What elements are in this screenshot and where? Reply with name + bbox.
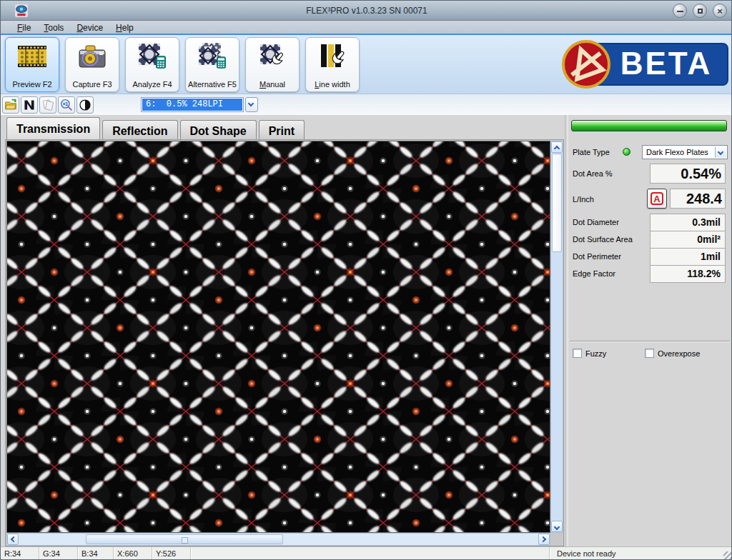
analysis-panel: Plate Type Dark Flexo Plates Dot Area % … (568, 115, 732, 546)
application-window: FLEX³PRO v1.0.3.23 SN 00071 × File Tools… (0, 0, 732, 560)
minimize-icon (677, 11, 683, 12)
dot-pattern-hand-icon (257, 42, 288, 71)
zoom-1to1-icon: ×1 (60, 99, 73, 111)
plate-type-select[interactable]: Dark Flexo Plates (642, 145, 728, 159)
dot-perimeter-value: 1mil (650, 248, 726, 266)
status-bar: R:34 G:34 B:34 X:660 Y:526 Device not re… (1, 546, 732, 560)
capture-button[interactable]: Capture F3 (65, 37, 119, 92)
edge-factor-value: 118.2% (650, 265, 726, 283)
open-file-button[interactable] (2, 96, 19, 114)
svg-text:×1: ×1 (63, 101, 69, 106)
vertical-scrollbar[interactable] (550, 141, 563, 533)
copy-pages-button[interactable] (39, 96, 56, 114)
close-button[interactable]: × (713, 4, 727, 18)
filmstrip-icon (16, 42, 48, 71)
scroll-up-button[interactable] (551, 141, 563, 153)
dot-surface-area-label: Dot Surface Area (573, 235, 633, 244)
tab-reflection[interactable]: Reflection (102, 120, 177, 141)
negative-mode-button[interactable] (21, 96, 38, 114)
exposure-level-bar (571, 120, 727, 131)
analyze-button[interactable]: Analyze F4 (125, 37, 179, 92)
maximize-icon (698, 9, 703, 14)
toolbar-button-label: Preview F2 (6, 80, 59, 89)
pages-icon (41, 99, 54, 111)
separator (570, 341, 730, 342)
quick-toolbar: ×1 6: 0.5% 248LPI (1, 94, 732, 115)
chevron-up-icon (554, 146, 560, 151)
tab-print[interactable]: Print (259, 120, 305, 141)
dot-area-value: 0.54% (650, 164, 726, 184)
menu-bar: File Tools Device Help (1, 21, 732, 34)
horizontal-scrollbar-thumb[interactable] (86, 534, 283, 544)
contrast-icon (79, 99, 92, 111)
zoom-1to1-button[interactable]: ×1 (58, 96, 75, 114)
scroll-right-button[interactable] (538, 534, 550, 545)
preview-button[interactable]: Preview F2 (5, 37, 59, 92)
dot-diameter-value: 0.3mil (650, 214, 726, 231)
auto-lpi-button[interactable]: A (647, 189, 667, 209)
dot-surface-area-value: 0mil² (650, 231, 726, 249)
toolbar-button-label: Capture F3 (66, 80, 119, 89)
line-width-hand-icon (317, 42, 348, 71)
open-folder-icon (4, 99, 17, 111)
plate-type-caret-button[interactable] (715, 146, 726, 158)
alternative-button[interactable]: Alternative F5 (185, 37, 239, 92)
scroll-down-button[interactable] (551, 521, 563, 532)
manual-button[interactable]: Manual (245, 37, 300, 92)
auto-lpi-icon: A (651, 192, 663, 205)
menu-tools[interactable]: Tools (37, 23, 70, 33)
status-spacer (191, 547, 550, 560)
fuzzy-label: Fuzzy (585, 349, 606, 358)
tab-transmission[interactable]: Transmission (6, 117, 100, 140)
resize-grip[interactable] (723, 551, 732, 560)
dot-area-label: Dot Area % (573, 169, 613, 178)
dot-pattern-calculator-icon (137, 42, 168, 71)
plate-microscope-image[interactable] (6, 141, 550, 533)
plate-type-label: Plate Type (573, 148, 610, 156)
chevron-down-icon (554, 524, 560, 530)
status-blue-value: B:34 (78, 547, 114, 560)
chevron-right-icon (540, 536, 546, 542)
status-led-icon (623, 148, 630, 156)
measurement-select[interactable]: 6: 0.5% 248LPI (141, 97, 244, 112)
overexpose-option: Overexpose (645, 349, 700, 358)
maximize-button[interactable] (693, 4, 707, 18)
status-red-value: R:34 (1, 547, 39, 560)
vertical-scrollbar-thumb[interactable] (552, 154, 562, 252)
minimize-button[interactable] (673, 4, 687, 18)
camera-icon (76, 42, 108, 71)
toolbar-button-label: Analyze F4 (126, 80, 179, 89)
dot-perimeter-label: Dot Perimeter (573, 252, 621, 261)
edge-factor-label: Edge Factor (573, 269, 615, 278)
contrast-button[interactable] (76, 96, 94, 114)
line-width-button[interactable]: Line width (305, 37, 360, 92)
fuzzy-option: Fuzzy (573, 349, 606, 358)
overexpose-label: Overexpose (658, 349, 700, 358)
dot-diameter-label: Dot Diameter (573, 218, 619, 226)
toolbar-button-label: Line width (306, 80, 359, 89)
chevron-down-icon (718, 149, 723, 155)
chevron-down-icon (248, 101, 254, 106)
measurement-select-caret-button[interactable] (245, 97, 258, 112)
status-green-value: G:34 (39, 547, 78, 560)
tab-bar: TransmissionReflectionDot ShapePrint (1, 115, 565, 141)
title-bar: FLEX³PRO v1.0.3.23 SN 00071 × (1, 1, 732, 21)
status-y-coordinate: Y:526 (152, 547, 191, 560)
beta-logo: BETA (561, 39, 728, 89)
fuzzy-checkbox[interactable] (573, 349, 582, 358)
menu-file[interactable]: File (11, 23, 37, 33)
menu-help[interactable]: Help (109, 23, 140, 33)
close-icon: × (713, 5, 726, 17)
window-title: FLEX³PRO v1.0.3.23 SN 00071 (1, 6, 732, 16)
overexpose-checkbox[interactable] (645, 349, 654, 358)
toolbar-button-label: Alternative F5 (186, 80, 239, 89)
dot-pattern-stack-calculator-icon (197, 42, 228, 71)
beta-emblem-icon (561, 39, 611, 89)
negative-mode-icon (23, 99, 36, 111)
tab-dot-shape[interactable]: Dot Shape (180, 120, 257, 141)
scroll-left-button[interactable] (7, 534, 19, 545)
plate-type-value: Dark Flexo Plates (646, 148, 708, 156)
horizontal-scrollbar[interactable] (6, 533, 550, 546)
toolbar-button-label: Manual (246, 80, 299, 89)
menu-device[interactable]: Device (70, 23, 109, 33)
